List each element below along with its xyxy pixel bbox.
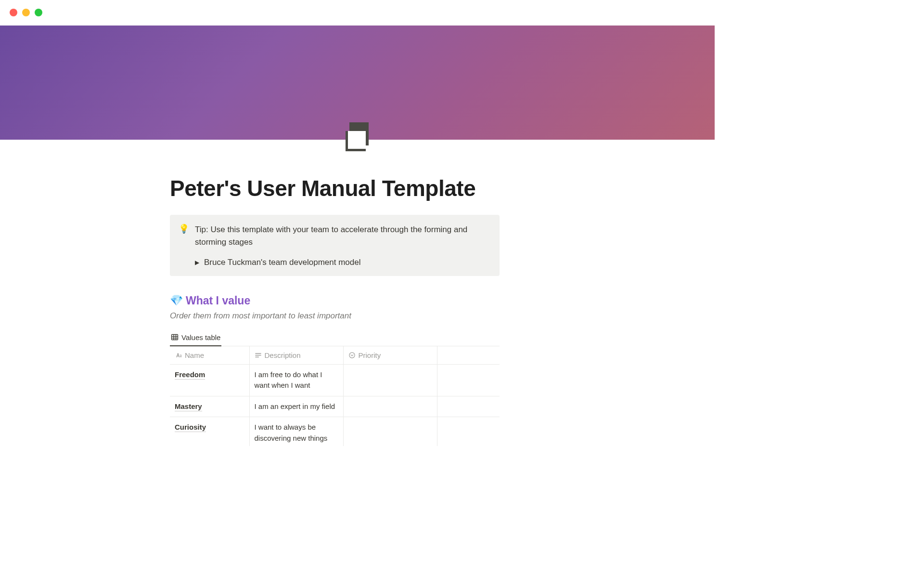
section-heading-text: What I value bbox=[186, 294, 250, 307]
column-header-description[interactable]: Description bbox=[249, 346, 343, 365]
window-zoom-button[interactable] bbox=[35, 9, 42, 16]
toggle-tuckman-model[interactable]: ▶ Bruce Tuckman's team development model bbox=[195, 258, 491, 267]
tip-text[interactable]: Tip: Use this template with your team to… bbox=[195, 223, 491, 249]
table-row[interactable]: MasteryI am an expert in my field bbox=[170, 396, 500, 417]
cell-priority[interactable] bbox=[343, 364, 437, 396]
cell-empty[interactable] bbox=[437, 417, 500, 446]
cell-empty[interactable] bbox=[437, 364, 500, 396]
window-titlebar bbox=[0, 0, 715, 26]
text-prop-icon bbox=[255, 352, 262, 359]
cell-description[interactable]: I want to always be discovering new thin… bbox=[249, 417, 343, 446]
page-title[interactable]: Peter's User Manual Template bbox=[170, 175, 500, 201]
cell-priority[interactable] bbox=[343, 417, 437, 446]
cell-name[interactable]: Curiosity bbox=[170, 417, 249, 446]
toggle-arrow-icon: ▶ bbox=[195, 259, 199, 266]
cell-name[interactable]: Freedom bbox=[170, 364, 249, 396]
section-heading-values[interactable]: 💎 What I value bbox=[170, 294, 500, 307]
column-header-empty[interactable] bbox=[437, 346, 500, 365]
view-tab-values-table[interactable]: Values table bbox=[170, 330, 221, 346]
svg-point-8 bbox=[349, 353, 354, 358]
toggle-label: Bruce Tuckman's team development model bbox=[204, 258, 360, 267]
column-header-priority[interactable]: Priority bbox=[343, 346, 437, 365]
cell-description[interactable]: I am an expert in my field bbox=[249, 396, 343, 417]
window-close-button[interactable] bbox=[10, 9, 17, 16]
column-header-name[interactable]: Name bbox=[170, 346, 249, 365]
table-row[interactable]: CuriosityI want to always be discovering… bbox=[170, 417, 500, 446]
title-prop-icon bbox=[175, 352, 182, 359]
view-tab-label: Values table bbox=[181, 333, 220, 342]
cell-name[interactable]: Mastery bbox=[170, 396, 249, 417]
database-view-tabs: Values table bbox=[170, 330, 500, 346]
tip-callout[interactable]: 💡 Tip: Use this template with your team … bbox=[170, 215, 500, 276]
table-icon bbox=[171, 333, 179, 341]
lightbulb-icon: 💡 bbox=[179, 223, 189, 267]
cell-priority[interactable] bbox=[343, 396, 437, 417]
table-row[interactable]: FreedomI am free to do what I want when … bbox=[170, 364, 500, 396]
cell-empty[interactable] bbox=[437, 396, 500, 417]
cell-description[interactable]: I am free to do what I want when I want bbox=[249, 364, 343, 396]
values-table: Name Description bbox=[170, 346, 500, 446]
window-minimize-button[interactable] bbox=[22, 9, 30, 16]
svg-rect-0 bbox=[172, 335, 178, 340]
gem-icon: 💎 bbox=[170, 294, 183, 307]
select-prop-icon bbox=[348, 352, 356, 359]
page-icon[interactable] bbox=[346, 122, 372, 151]
page-content: Peter's User Manual Template 💡 Tip: Use … bbox=[170, 140, 500, 446]
section-subtitle[interactable]: Order them from most important to least … bbox=[170, 311, 500, 321]
